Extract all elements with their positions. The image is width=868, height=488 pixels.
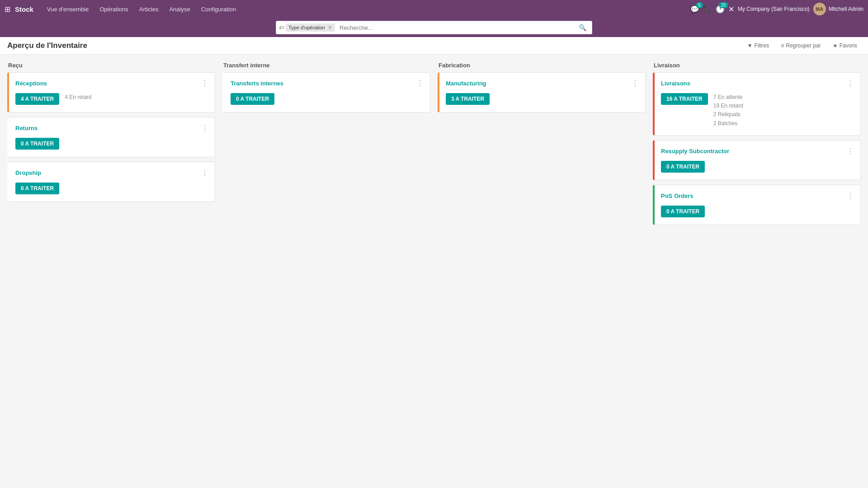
returns-treat-button[interactable]: 0 A TRAITER (15, 138, 59, 150)
main-content: Reçu Réceptions ⋮ 4 A TRAITER 4 En retar… (0, 55, 868, 488)
card-livraisons-title[interactable]: Livraisons (661, 80, 690, 87)
page-header: Aperçu de l'Inventaire ▼ Filtres ≡ Regro… (0, 37, 868, 55)
search-submit[interactable]: 🔍 (576, 22, 589, 33)
user-name: Mitchell Admin (829, 6, 863, 12)
receptions-stat-0: 4 En retard (65, 93, 91, 102)
star-icon: ★ (833, 42, 838, 49)
card-manufacturing-body: 3 A TRAITER (446, 93, 639, 105)
card-transferts-header: Transferts internes ⋮ (231, 79, 424, 88)
card-resupply-header: Resupply Subcontractor ⋮ (661, 147, 854, 155)
column-header-recu: Reçu (7, 62, 215, 69)
livraisons-stats: 7 En attente 19 En retard 2 Reliquats 2 … (713, 93, 743, 128)
column-header-livraison: Livraison (653, 62, 861, 69)
card-returns-body: 0 A TRAITER (15, 138, 208, 150)
resupply-treat-button[interactable]: 0 A TRAITER (661, 161, 705, 173)
kanban-board: Reçu Réceptions ⋮ 4 A TRAITER 4 En retar… (7, 62, 861, 230)
livraisons-stat-1: 19 En retard (713, 102, 743, 110)
card-pos-title[interactable]: PoS Orders (661, 192, 693, 199)
nav-overview[interactable]: Vue d'ensemble (42, 4, 93, 14)
column-recu: Reçu Réceptions ⋮ 4 A TRAITER 4 En retar… (7, 62, 215, 206)
nav-articles[interactable]: Articles (135, 4, 163, 14)
card-resupply: Resupply Subcontractor ⋮ 0 A TRAITER (653, 140, 861, 180)
column-livraison: Livraison Livraisons ⋮ 16 A TRAITER 7 En… (653, 62, 861, 230)
card-dropship-header: Dropship ⋮ (15, 169, 208, 177)
card-receptions-title[interactable]: Réceptions (15, 80, 47, 87)
navbar: ⊞ Stock Vue d'ensemble Opérations Articl… (0, 0, 868, 18)
card-receptions-body: 4 A TRAITER 4 En retard (15, 93, 208, 105)
search-input[interactable] (337, 23, 574, 33)
card-transferts-title[interactable]: Transferts internes (231, 80, 283, 87)
avatar: MA (813, 3, 826, 15)
card-resupply-menu[interactable]: ⋮ (847, 147, 854, 155)
card-receptions-header: Réceptions ⋮ (15, 79, 208, 88)
column-transfert-interne: Transfert interne Transferts internes ⋮ … (222, 62, 430, 117)
receptions-treat-button[interactable]: 4 A TRAITER (15, 93, 59, 105)
filter-tag: Type d'opération ✕ (286, 23, 335, 32)
favorites-button[interactable]: ★ Favoris (829, 41, 861, 51)
livraisons-stat-3: 2 Batches (713, 119, 743, 128)
card-receptions: Réceptions ⋮ 4 A TRAITER 4 En retard (7, 72, 215, 113)
messages-icon-wrapper[interactable]: 💬 6 (690, 5, 699, 14)
card-dropship-body: 0 A TRAITER (15, 183, 208, 194)
column-fabrication: Fabrication Manufacturing ⋮ 3 A TRAITER (438, 62, 646, 117)
filter-tag-icon: 🏷 (279, 25, 284, 30)
grid-icon[interactable]: ⊞ (5, 5, 10, 14)
receptions-stats: 4 En retard (65, 93, 91, 102)
livraisons-treat-button[interactable]: 16 A TRAITER (661, 93, 708, 105)
messages-badge: 6 (696, 2, 703, 8)
filters-button[interactable]: ▼ Filtres (744, 41, 773, 51)
card-returns-title[interactable]: Returns (15, 125, 38, 131)
card-receptions-menu[interactable]: ⋮ (201, 79, 208, 88)
transferts-treat-button[interactable]: 0 A TRAITER (231, 93, 274, 105)
card-dropship-title[interactable]: Dropship (15, 169, 41, 176)
card-dropship: Dropship ⋮ 0 A TRAITER (7, 162, 215, 202)
card-resupply-body: 0 A TRAITER (661, 161, 854, 173)
app-name: Stock (15, 5, 33, 13)
card-manufacturing: Manufacturing ⋮ 3 A TRAITER (438, 72, 646, 113)
manufacturing-treat-button[interactable]: 3 A TRAITER (446, 93, 490, 105)
card-transferts-body: 0 A TRAITER (231, 93, 424, 105)
card-returns-menu[interactable]: ⋮ (201, 124, 208, 132)
dropship-treat-button[interactable]: 0 A TRAITER (15, 183, 59, 194)
search-bar: 🏷 Type d'opération ✕ 🔍 (0, 18, 868, 37)
card-livraisons-body: 16 A TRAITER 7 En attente 19 En retard 2… (661, 93, 854, 128)
card-pos-header: PoS Orders ⋮ (661, 192, 854, 200)
card-transferts-internes: Transferts internes ⋮ 0 A TRAITER (222, 72, 430, 113)
nav-operations[interactable]: Opérations (95, 4, 133, 14)
card-manufacturing-title[interactable]: Manufacturing (446, 80, 486, 87)
group-by-button[interactable]: ≡ Regrouper par (777, 41, 824, 51)
livraisons-stat-2: 2 Reliquats (713, 110, 743, 119)
filter-tag-label: Type d'opération (288, 25, 325, 30)
nav-menu: Vue d'ensemble Opérations Articles Analy… (42, 4, 686, 14)
filter-bar: ▼ Filtres ≡ Regrouper par ★ Favoris (744, 41, 861, 51)
card-pos-body: 0 A TRAITER (661, 206, 854, 217)
card-transferts-menu[interactable]: ⋮ (416, 79, 424, 88)
card-returns: Returns ⋮ 0 A TRAITER (7, 117, 215, 157)
card-livraisons: Livraisons ⋮ 16 A TRAITER 7 En attente 1… (653, 72, 861, 136)
card-livraisons-menu[interactable]: ⋮ (847, 79, 854, 88)
phone-icon[interactable]: 📞 (703, 5, 712, 14)
column-header-transfert: Transfert interne (222, 62, 430, 69)
clock-badge: 25 (719, 2, 728, 8)
card-manufacturing-menu[interactable]: ⋮ (632, 79, 639, 88)
navbar-right: 💬 6 📞 🕐 25 ✕ My Company (San Francisco) … (690, 3, 863, 15)
company-name: My Company (San Francisco) (738, 6, 810, 12)
clock-icon-wrapper[interactable]: 🕐 25 (716, 5, 725, 14)
card-pos-menu[interactable]: ⋮ (847, 192, 854, 200)
nav-analyse[interactable]: Analyse (165, 4, 194, 14)
card-livraisons-header: Livraisons ⋮ (661, 79, 854, 88)
pos-treat-button[interactable]: 0 A TRAITER (661, 206, 705, 217)
card-resupply-title[interactable]: Resupply Subcontractor (661, 148, 729, 155)
livraisons-stat-0: 7 En attente (713, 93, 743, 102)
page-title: Aperçu de l'Inventaire (7, 41, 87, 50)
filter-tag-remove[interactable]: ✕ (328, 24, 332, 31)
close-icon[interactable]: ✕ (728, 5, 734, 14)
card-dropship-menu[interactable]: ⋮ (201, 169, 208, 177)
filter-icon: ▼ (747, 42, 753, 49)
groupby-icon: ≡ (781, 42, 784, 49)
card-pos-orders: PoS Orders ⋮ 0 A TRAITER (653, 185, 861, 225)
nav-configuration[interactable]: Configuration (197, 4, 241, 14)
card-manufacturing-header: Manufacturing ⋮ (446, 79, 639, 88)
user-menu[interactable]: MA Mitchell Admin (813, 3, 863, 15)
card-returns-header: Returns ⋮ (15, 124, 208, 132)
